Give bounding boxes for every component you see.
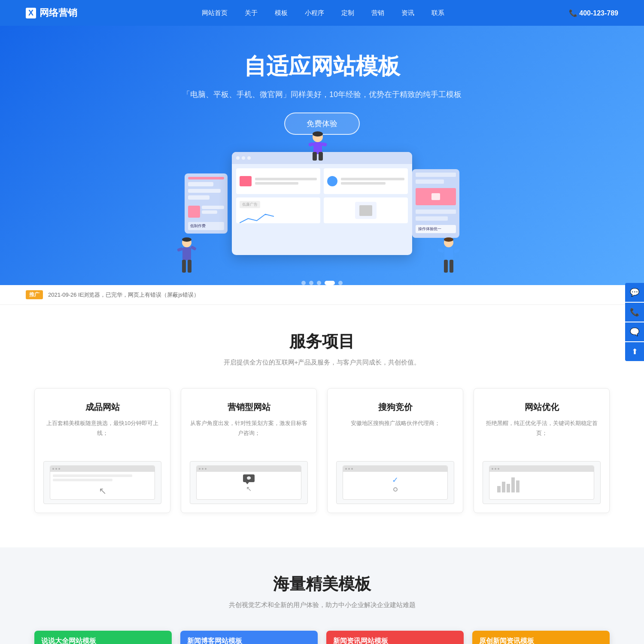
service-title-1: 成品网站 (43, 401, 161, 413)
header: X 网络营销 网站首页 关于 模板 小程序 定制 营销 资讯 联系 📞 400-… (0, 0, 644, 26)
service-img-3: ✓ (336, 461, 454, 504)
hero-illustration: 低制作费 (172, 152, 472, 272)
nav-item-miniapp[interactable]: 小程序 (305, 9, 324, 17)
template-name-4: 原创新闻资讯模板 (479, 637, 534, 644)
svg-rect-5 (308, 142, 314, 147)
svg-rect-3 (319, 152, 323, 161)
header-phone: 📞 400-123-789 (569, 9, 618, 17)
svg-point-18 (444, 237, 453, 242)
template-card-4[interactable]: 原创新闻资讯模板 主播投稿 积分应用 (472, 631, 610, 644)
template-header-3: 新闻资讯网站模板 视频 图集 文章 (326, 631, 464, 644)
character-right (438, 236, 459, 281)
template-header-2: 新闻博客网站模板 PC+WAP两站合一 (180, 631, 318, 644)
notice-bar: 推广 2021-09-26 IE浏览器，已完华，网页上有错误（屏蔽js错误） (0, 285, 644, 305)
hero-section: 自适应网站模板 「电脑、平板、手机、微官网」同样美好，10年经验，优势在于精致的… (0, 26, 644, 285)
services-title: 服务项目 (34, 331, 610, 352)
template-header-4: 原创新闻资讯模板 主播投稿 积分应用 (472, 631, 610, 644)
service-img-1: ↖ (43, 461, 161, 504)
logo-icon: X (26, 8, 36, 18)
nav-item-news[interactable]: 资讯 (401, 9, 414, 17)
template-name-3: 新闻资讯网站模板 (333, 637, 388, 644)
svg-rect-9 (182, 260, 186, 273)
hero-carousel-dots (301, 281, 343, 285)
svg-rect-2 (313, 152, 317, 161)
templates-section: 海量精美模板 共创视觉艺术和全新的用户体验，助力中小企业解决企业建站难题 说说大… (0, 547, 644, 644)
carousel-dot-3[interactable] (317, 281, 321, 285)
side-btn-top[interactable]: ⬆ (625, 342, 644, 361)
carousel-dot-2[interactable] (309, 281, 313, 285)
side-btn-message[interactable]: 🗨️ (625, 322, 644, 341)
service-img-4 (483, 461, 601, 504)
service-desc-2: 从客户角度出发，针对性策划方案，激发目标客户咨询； (190, 418, 308, 453)
carousel-dot-4[interactable] (325, 281, 335, 285)
svg-point-11 (182, 237, 191, 242)
hero-title: 自适应网站模板 (244, 52, 400, 82)
service-title-4: 网站优化 (483, 401, 601, 413)
service-img-2: 💬 ↖ (190, 461, 308, 504)
graph-area (493, 475, 591, 492)
svg-rect-15 (444, 247, 453, 260)
service-card-3: 搜狗竞价 安徽地区搜狗推广战略伙伴代理商； ✓ (327, 388, 463, 513)
svg-rect-10 (188, 260, 191, 273)
template-name-2: 新闻博客网站模板 (187, 637, 242, 644)
svg-rect-8 (182, 247, 191, 260)
main-nav: 网站首页 关于 模板 小程序 定制 营销 资讯 联系 (202, 9, 444, 17)
tablet-left: 低制作费 (185, 173, 228, 234)
nav-item-about[interactable]: 关于 (245, 9, 258, 17)
label-ux: 操作体验统一 (416, 225, 456, 233)
services-subtitle: 开启提供全方位的互联网+产品及服务，与客户共同成长，共创价值。 (34, 358, 610, 367)
service-desc-4: 拒绝黑帽，纯正优化手法，关键词长期稳定首页； (483, 418, 601, 453)
service-desc-3: 安徽地区搜狗推广战略伙伴代理商； (336, 418, 454, 453)
label-cost: 低制作费 (188, 222, 224, 230)
template-name-1: 说说大全网站模板 (41, 637, 96, 644)
templates-grid: 说说大全网站模板 PC+WAP 简带发布 新闻博客网站模板 P (34, 631, 610, 644)
template-card-1[interactable]: 说说大全网站模板 PC+WAP 简带发布 (34, 631, 172, 644)
svg-point-4 (313, 131, 323, 137)
phone-icon: 📞 (569, 9, 579, 17)
tablet-right: 操作体验统一 (412, 169, 459, 238)
nav-item-templates[interactable]: 模板 (275, 9, 288, 17)
service-card-4: 网站优化 拒绝黑帽，纯正优化手法，关键词长期稳定首页； (474, 388, 610, 513)
logo[interactable]: X 网络营销 (26, 6, 77, 19)
character-sitting (305, 131, 331, 171)
service-card-1: 成品网站 上百套精美模板随意挑选，最快10分钟即可上线； ↖ (34, 388, 170, 513)
templates-title: 海量精美模板 (34, 573, 610, 595)
notice-tag: 推广 (26, 290, 43, 299)
side-btn-chat[interactable]: 💬 (625, 283, 644, 302)
logo-text: 网络营销 (39, 6, 77, 19)
chat-cursor-icon: ↖ (246, 485, 252, 493)
svg-rect-16 (444, 260, 448, 273)
service-title-2: 营销型网站 (190, 401, 308, 413)
svg-rect-12 (177, 247, 183, 252)
side-btn-phone[interactable]: 📞 (625, 303, 644, 322)
services-section: 服务项目 开启提供全方位的互联网+产品及服务，与客户共同成长，共创价值。 成品网… (0, 305, 644, 547)
carousel-dot-1[interactable] (301, 281, 306, 285)
check-icon: ✓ (392, 475, 398, 485)
svg-rect-13 (190, 246, 197, 251)
nav-item-marketing[interactable]: 营销 (371, 9, 384, 17)
service-card-2: 营销型网站 从客户角度出发，针对性策划方案，激发目标客户咨询； 💬 ↖ (181, 388, 317, 513)
template-card-3[interactable]: 新闻资讯网站模板 视频 图集 文章 (326, 631, 464, 644)
templates-subtitle: 共创视觉艺术和全新的用户体验，助力中小企业解决企业建站难题 (34, 601, 610, 609)
nav-item-custom[interactable]: 定制 (341, 9, 354, 17)
nav-item-contact[interactable]: 联系 (431, 9, 444, 17)
svg-rect-19 (438, 248, 444, 253)
character-left (176, 236, 197, 281)
template-header-1: 说说大全网站模板 PC+WAP 简带发布 (34, 631, 172, 644)
svg-rect-20 (453, 248, 459, 253)
carousel-dot-5[interactable] (338, 281, 343, 285)
cursor-icon: ↖ (99, 486, 106, 497)
label-ad: 低廉广告 (240, 201, 260, 208)
template-card-2[interactable]: 新闻博客网站模板 PC+WAP两站合一 (180, 631, 318, 644)
side-buttons: 💬 📞 🗨️ ⬆ (625, 283, 644, 361)
services-grid: 成品网站 上百套精美模板随意挑选，最快10分钟即可上线； ↖ 营销型网站 (34, 388, 610, 513)
service-desc-1: 上百套精美模板随意挑选，最快10分钟即可上线； (43, 418, 161, 453)
svg-rect-6 (321, 142, 327, 147)
nav-item-home[interactable]: 网站首页 (202, 9, 228, 17)
svg-rect-17 (450, 260, 453, 273)
notice-text: 2021-09-26 IE浏览器，已完华，网页上有错误（屏蔽js错误） (48, 291, 199, 299)
service-title-3: 搜狗竞价 (336, 401, 454, 413)
hero-subtitle: 「电脑、平板、手机、微官网」同样美好，10年经验，优势在于精致的纯手工模板 (182, 89, 462, 100)
